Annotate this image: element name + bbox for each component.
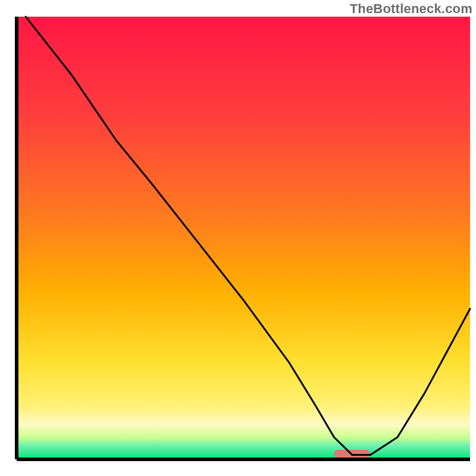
gradient-background xyxy=(17,17,470,459)
chart-frame: TheBottleneck.com xyxy=(0,0,476,476)
bottleneck-chart xyxy=(0,0,476,476)
watermark-text: TheBottleneck.com xyxy=(350,1,472,17)
